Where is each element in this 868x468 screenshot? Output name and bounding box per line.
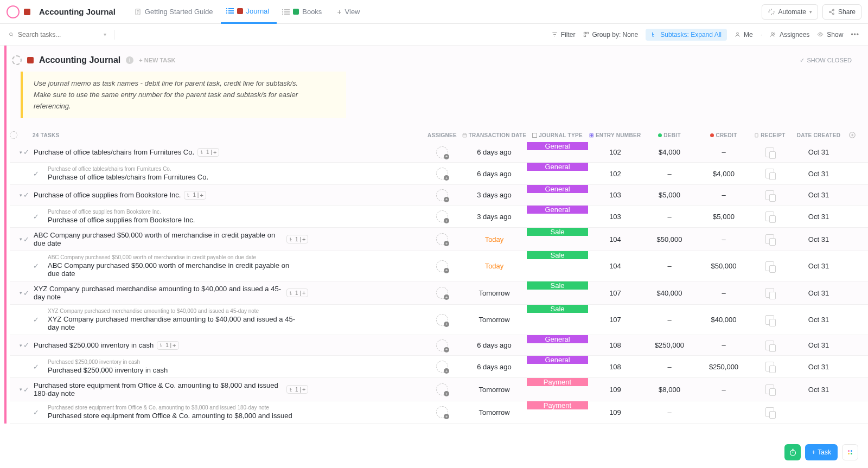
subtask-row[interactable]: ✓Purchased store equipment from Office &… bbox=[10, 401, 868, 424]
credit-cell[interactable]: – bbox=[697, 148, 751, 156]
date-created-cell[interactable]: Oct 31 bbox=[789, 289, 848, 297]
journal-type-cell[interactable]: Sale bbox=[527, 305, 588, 313]
search-input[interactable] bbox=[18, 31, 99, 39]
tab-view[interactable]: +View bbox=[329, 0, 367, 24]
entry-number-cell[interactable]: 108 bbox=[588, 341, 642, 349]
date-created-cell[interactable]: Oct 31 bbox=[789, 170, 848, 178]
debit-cell[interactable]: $40,000 bbox=[642, 289, 697, 297]
share-button[interactable]: Share bbox=[822, 4, 861, 20]
transaction-date-cell[interactable]: Today bbox=[462, 235, 527, 243]
debit-cell[interactable]: – bbox=[642, 316, 697, 324]
entry-number-cell[interactable]: 109 bbox=[588, 386, 642, 394]
status-check-icon[interactable]: ✓ bbox=[33, 408, 39, 416]
journal-type-cell[interactable]: General bbox=[527, 335, 588, 343]
entry-number-cell[interactable]: 108 bbox=[588, 363, 642, 371]
task-row[interactable]: ▾✓Purchase of office tables/chairs from … bbox=[10, 142, 868, 163]
entry-number-cell[interactable]: 109 bbox=[588, 408, 642, 416]
assignee-cell[interactable] bbox=[423, 406, 462, 418]
receipt-cell[interactable] bbox=[751, 261, 789, 271]
subtask-row[interactable]: ✓ABC Company purchased $50,000 worth of … bbox=[10, 251, 868, 281]
receipt-cell[interactable] bbox=[751, 288, 789, 298]
status-check-icon[interactable]: ✓ bbox=[23, 235, 29, 243]
debit-cell[interactable]: – bbox=[642, 363, 697, 371]
me-button[interactable]: Me bbox=[735, 31, 753, 39]
col-assignee[interactable]: ASSIGNEE bbox=[423, 132, 462, 138]
status-check-icon[interactable]: ✓ bbox=[33, 363, 39, 371]
date-created-cell[interactable]: Oct 31 bbox=[789, 148, 848, 156]
task-name[interactable]: ABC Company purchased $50,000 worth of m… bbox=[48, 261, 297, 278]
assignee-cell[interactable] bbox=[423, 361, 462, 373]
date-created-cell[interactable]: Oct 31 bbox=[789, 213, 848, 221]
task-name[interactable]: Purchase of office supplies from Booksto… bbox=[48, 216, 195, 224]
receipt-cell[interactable] bbox=[751, 341, 789, 350]
entry-number-cell[interactable]: 107 bbox=[588, 289, 642, 297]
subtask-count[interactable]: 1 | + bbox=[184, 191, 206, 200]
col-transaction-date[interactable]: TRANSACTION DATE bbox=[462, 132, 527, 138]
assignee-cell[interactable] bbox=[423, 314, 462, 326]
entry-number-cell[interactable]: 102 bbox=[588, 148, 642, 156]
date-created-cell[interactable]: Oct 31 bbox=[789, 363, 848, 371]
filter-button[interactable]: Filter bbox=[552, 31, 576, 39]
assignee-cell[interactable] bbox=[423, 233, 462, 245]
assign-avatar[interactable] bbox=[436, 146, 448, 158]
debit-cell[interactable]: – bbox=[642, 170, 697, 178]
collapse-all-toggle[interactable] bbox=[10, 131, 17, 139]
entry-number-cell[interactable]: 103 bbox=[588, 213, 642, 221]
status-check-icon[interactable]: ✓ bbox=[33, 316, 39, 324]
task-name[interactable]: Purchase of office tables/chairs from Fu… bbox=[48, 173, 208, 181]
assign-avatar[interactable] bbox=[436, 383, 448, 395]
journal-type-cell[interactable]: General bbox=[527, 356, 588, 364]
receipt-cell[interactable] bbox=[751, 407, 789, 417]
assign-avatar[interactable] bbox=[436, 168, 448, 179]
receipt-cell[interactable] bbox=[751, 384, 789, 394]
subtask-count[interactable]: 1 | + bbox=[157, 341, 178, 350]
status-check-icon[interactable]: ✓ bbox=[23, 386, 29, 394]
assignee-cell[interactable] bbox=[423, 339, 462, 351]
transaction-date-cell[interactable]: Tomorrow bbox=[462, 289, 527, 297]
transaction-date-cell[interactable]: Today bbox=[462, 262, 527, 270]
col-date-created[interactable]: DATE CREATED bbox=[789, 132, 848, 138]
debit-cell[interactable]: $8,000 bbox=[642, 386, 697, 394]
subtasks-button[interactable]: Subtasks: Expand All bbox=[646, 29, 727, 41]
subtask-row[interactable]: ✓XYZ Company purchased merchandise amoun… bbox=[10, 305, 868, 335]
assignee-cell[interactable] bbox=[423, 189, 462, 201]
assignee-cell[interactable] bbox=[423, 146, 462, 158]
date-created-cell[interactable]: Oct 31 bbox=[789, 316, 848, 324]
subtask-row[interactable]: ✓Purchased $250,000 inventory in cashPur… bbox=[10, 356, 868, 378]
date-created-cell[interactable]: Oct 31 bbox=[789, 341, 848, 349]
transaction-date-cell[interactable]: 6 days ago bbox=[462, 170, 527, 178]
status-check-icon[interactable]: ✓ bbox=[23, 191, 29, 199]
debit-cell[interactable]: $5,000 bbox=[642, 191, 697, 199]
search-input-wrap[interactable]: ▾ bbox=[9, 31, 106, 39]
expand-toggle[interactable]: ▾✓ bbox=[10, 289, 29, 297]
tab-books[interactable]: Books bbox=[277, 0, 329, 24]
assign-avatar[interactable] bbox=[436, 314, 448, 326]
transaction-date-cell[interactable]: Tomorrow bbox=[462, 408, 527, 416]
task-row[interactable]: ▾✓Purchase of office supplies from Books… bbox=[10, 185, 868, 206]
date-created-cell[interactable]: Oct 31 bbox=[789, 191, 848, 199]
task-name[interactable]: Purchased store equipment from Office & … bbox=[34, 381, 283, 398]
journal-type-cell[interactable]: Sale bbox=[527, 251, 588, 259]
automate-button[interactable]: Automate ▾ bbox=[762, 4, 818, 20]
groupby-button[interactable]: Group by: None bbox=[583, 31, 639, 39]
assignee-cell[interactable] bbox=[423, 260, 462, 272]
entry-number-cell[interactable]: 104 bbox=[588, 235, 642, 243]
journal-type-cell[interactable]: Payment bbox=[527, 378, 588, 386]
credit-cell[interactable]: – bbox=[697, 386, 751, 394]
date-created-cell[interactable]: Oct 31 bbox=[789, 262, 848, 270]
credit-cell[interactable]: – bbox=[697, 235, 751, 243]
debit-cell[interactable]: $250,000 bbox=[642, 341, 697, 349]
journal-type-cell[interactable]: General bbox=[527, 163, 588, 171]
task-name[interactable]: Purchased $250,000 inventory in cash bbox=[48, 366, 168, 374]
col-debit[interactable]: DEBIT bbox=[642, 132, 697, 138]
collapse-toggle[interactable] bbox=[12, 55, 22, 65]
transaction-date-cell[interactable]: 6 days ago bbox=[462, 341, 527, 349]
transaction-date-cell[interactable]: 3 days ago bbox=[462, 213, 527, 221]
assign-avatar[interactable] bbox=[436, 361, 448, 373]
assignee-cell[interactable] bbox=[423, 383, 462, 395]
receipt-cell[interactable] bbox=[751, 211, 789, 221]
status-check-icon[interactable]: ✓ bbox=[33, 213, 39, 221]
task-row[interactable]: ▾✓Purchased $250,000 inventory in cash1 … bbox=[10, 335, 868, 356]
assign-avatar[interactable] bbox=[436, 339, 448, 351]
status-check-icon[interactable]: ✓ bbox=[23, 148, 29, 156]
